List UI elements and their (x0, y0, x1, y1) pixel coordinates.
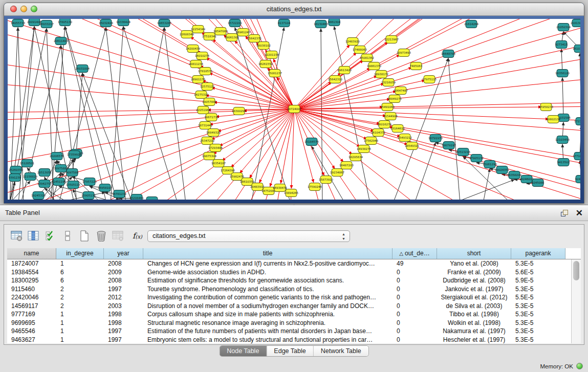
citation-edge-red (235, 41, 294, 109)
graph-node-label: 19061302 (225, 36, 239, 39)
tab-edge-table[interactable]: Edge Table (267, 346, 313, 356)
graph-node-label: 9861304 (328, 20, 341, 24)
table-row[interactable]: 1872400712008Changes of HCN gene express… (7, 259, 571, 268)
network-canvas[interactable]: 1405573320091406169332171780513015032428… (8, 19, 580, 200)
graph-node-label: 9413502 (557, 161, 570, 164)
graph-node-label: 18549321 (405, 144, 419, 147)
tab-network-table[interactable]: Network Table (314, 346, 368, 356)
graph-node-label: 22608348 (180, 33, 194, 36)
vertical-scrollbar[interactable] (571, 259, 581, 343)
graph-node-label: 15081237 (268, 72, 282, 75)
graph-node-label: 25260350 (9, 168, 23, 171)
delete-rows-trash-icon[interactable] (95, 229, 108, 243)
table-row[interactable]: 911546021997Tourette syndrome. Phenomeno… (7, 285, 571, 294)
table-cell: Yano et al. (2008) (437, 259, 511, 268)
zoom-window-icon[interactable] (31, 6, 37, 12)
table-row[interactable]: 977716911998Corpus callosum shape and si… (7, 310, 571, 319)
graph-node-label: 9245086 (532, 181, 545, 184)
table-row[interactable]: 1938455462009Genome-wide association stu… (7, 268, 571, 277)
citation-edge-red (8, 19, 207, 86)
table-row[interactable]: 946362711997Embryonic stem cells: a mode… (7, 336, 571, 344)
graph-node-label: 15905136 (81, 194, 96, 197)
table-row[interactable]: 1830029562008Estimation of significance … (7, 276, 571, 285)
column-header-in_degree[interactable]: in_degree (56, 248, 104, 259)
graph-node-label: 19861370 (367, 64, 381, 68)
graph-node-label: 14275310 (194, 93, 208, 96)
graph-node-label: 17359928 (67, 153, 81, 156)
citation-edge-red (344, 19, 580, 70)
close-window-icon[interactable] (10, 6, 17, 12)
graph-node-label: 20513051 (37, 171, 52, 174)
minimize-window-icon[interactable] (20, 6, 27, 12)
table-cell: 1 (56, 310, 104, 319)
graph-node-label: 30975887 (54, 167, 68, 170)
citation-edge-black (448, 58, 460, 200)
memory-status-icon[interactable] (576, 363, 583, 369)
graph-node-label: 27518341 (202, 35, 216, 38)
float-window-icon[interactable] (561, 210, 569, 217)
table-container: f(x) citations_edges.txt ▲▼ namein_degre… (4, 224, 584, 345)
column-header-title[interactable]: title (143, 248, 393, 259)
table-cell: 9463627 (7, 336, 56, 344)
table-cell: 1 (56, 319, 104, 327)
table-row[interactable]: 969969511998Structural magnetic resonanc… (7, 319, 571, 327)
function-builder-icon[interactable]: f(x) (133, 231, 142, 240)
table-cell: 5.3E-5 (511, 327, 565, 336)
table-cell: Hescheler et al. (1997) (437, 336, 511, 344)
graph-node-label: 18038102 (256, 44, 271, 47)
graph-node-label: 16354187 (211, 162, 226, 165)
delete-table-icon[interactable] (112, 229, 125, 243)
scrollbar-thumb[interactable] (573, 261, 579, 280)
graph-node-label: 17818573 (198, 70, 212, 73)
table-cell: 2 (56, 293, 104, 302)
graph-node-label: 18295634 (349, 156, 363, 159)
graph-node-label: 16010274 (195, 54, 209, 57)
graph-node-label: 18610359 (240, 180, 254, 183)
column-header-out_de[interactable]: △out_de… (393, 248, 437, 259)
tab-node-table[interactable]: Node Table (220, 346, 267, 356)
table-cell: 9115460 (7, 285, 56, 294)
graph-node-label: 16791970 (428, 137, 443, 140)
select-checks-icon[interactable] (44, 229, 57, 243)
column-header-short[interactable]: short (437, 248, 511, 259)
table-cell: 5.9E-5 (511, 276, 565, 285)
graph-node-label: 21050314 (556, 26, 571, 29)
citation-edge-red (206, 58, 294, 109)
table-cell: 0 (393, 327, 437, 336)
table-cell: 0 (393, 293, 437, 302)
table-cell: 5.3E-5 (511, 302, 565, 311)
graph-node-label: 20811234 (189, 62, 203, 65)
column-header-pagerank[interactable]: pagerank (511, 248, 565, 259)
graph-node-label: 22051964 (196, 108, 210, 112)
table-cell: 1997 (104, 327, 143, 336)
attribute-table: namein_degreeyeartitle△out_de…shortpager… (7, 248, 581, 343)
graph-node-label: 12254349 (191, 28, 205, 31)
window-titlebar[interactable]: citations_edges.txt (4, 3, 584, 16)
table-settings-icon[interactable] (10, 229, 24, 243)
citation-edge-red (371, 141, 580, 200)
column-select-icon[interactable] (27, 229, 40, 243)
table-cell: 1997 (104, 285, 143, 294)
table-cell: 0 (393, 268, 437, 277)
close-panel-icon[interactable]: ✕ (576, 209, 583, 217)
table-selector-dropdown[interactable]: citations_edges.txt ▲▼ (147, 230, 350, 242)
citation-edge-black (415, 143, 435, 200)
traffic-lights (10, 6, 37, 12)
table-row[interactable]: 2242004622012Investigating the contribut… (7, 293, 571, 302)
column-header-name[interactable]: name (7, 248, 56, 259)
citation-edge-red (250, 109, 294, 178)
table-cell: 22420046 (7, 293, 56, 302)
table-row[interactable]: 1456911722003Disruption of a novel membe… (7, 302, 571, 311)
graph-node-label: 17562948 (364, 139, 378, 142)
graph-node-label: 21813046 (571, 21, 580, 25)
citation-edge-red (231, 109, 294, 167)
row-boxes-icon[interactable] (61, 229, 74, 243)
table-cell: Estimation of the future numbers of pati… (143, 327, 393, 336)
graph-node-label: 18300295 (232, 110, 246, 113)
graph-node-label: 15642310 (328, 78, 342, 81)
citation-graph[interactable]: 1405573320091406169332171780513015032428… (8, 19, 580, 200)
table-row[interactable]: 946554611997Estimation of the future num… (7, 327, 571, 336)
new-document-icon[interactable] (78, 229, 91, 243)
graph-node-label: 13216059 (381, 81, 396, 84)
column-header-year[interactable]: year (104, 248, 143, 259)
